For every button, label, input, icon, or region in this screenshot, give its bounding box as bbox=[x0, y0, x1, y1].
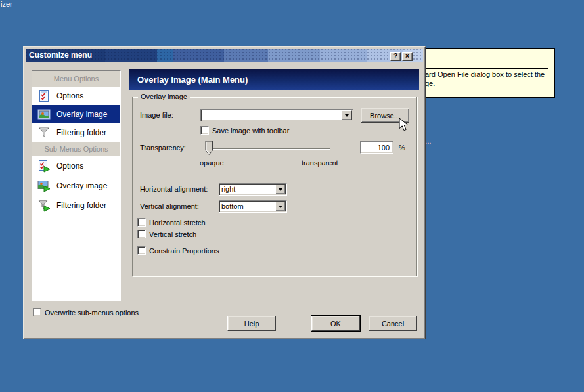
save-image-checkbox-label: Save image with toolbar bbox=[212, 127, 289, 135]
image-file-dropdown-button[interactable] bbox=[342, 110, 352, 120]
sidebar-item-label: Options bbox=[56, 91, 83, 100]
desktop: izer t.... ard Open File dialog box to s… bbox=[0, 0, 584, 392]
vertical-alignment-label: Vertical alignment: bbox=[140, 202, 199, 210]
cancel-button[interactable]: Cancel bbox=[369, 316, 417, 331]
horizontal-alignment-value: right bbox=[221, 185, 235, 193]
sidebar-item-label: Options bbox=[56, 162, 83, 171]
question-icon: ? bbox=[393, 53, 397, 60]
sidebar-section-header-submenus-options: Sub-Menus Options bbox=[32, 142, 120, 156]
vertical-alignment-dropdown-button[interactable] bbox=[275, 202, 286, 211]
dialog-title: Customize menu bbox=[29, 51, 92, 60]
horizontal-alignment-dropdown-button[interactable] bbox=[275, 185, 286, 194]
chevron-down-icon bbox=[345, 114, 349, 119]
transparency-slider-track[interactable] bbox=[208, 148, 330, 149]
chevron-down-icon bbox=[279, 206, 282, 210]
overlay-image-arrow-icon bbox=[37, 179, 51, 192]
filter-funnel-icon bbox=[37, 126, 51, 139]
sidebar-item-options-sub[interactable]: Options bbox=[32, 156, 120, 176]
sidebar-item-filtering-folder-sub[interactable]: Filtering folder bbox=[32, 196, 120, 215]
sidebar-section-header-menu-options: Menu Options bbox=[32, 71, 120, 87]
close-icon: × bbox=[405, 53, 409, 60]
close-button[interactable]: × bbox=[402, 52, 413, 61]
overlay-image-group: Overlay image Image file: Browse... Save… bbox=[132, 97, 417, 276]
context-help-button[interactable]: ? bbox=[390, 52, 401, 61]
tooltip-separator bbox=[415, 68, 548, 69]
tooltip-text-line2: ge. bbox=[425, 79, 435, 87]
sidebar-item-label: Filtering folder bbox=[56, 201, 106, 210]
image-file-label: Image file: bbox=[140, 111, 173, 119]
transparency-slider-thumb[interactable] bbox=[205, 141, 213, 156]
sidebar-item-options-main[interactable]: Options bbox=[32, 87, 120, 105]
constrain-proportions-checkbox[interactable] bbox=[137, 246, 146, 255]
ok-button[interactable]: OK bbox=[311, 316, 360, 331]
slider-transparent-label: transparent bbox=[302, 159, 338, 167]
overlay-image-icon bbox=[37, 108, 51, 121]
filter-funnel-arrow-icon bbox=[37, 199, 51, 212]
vertical-stretch-label: Vertical stretch bbox=[149, 230, 196, 238]
vertical-stretch-checkbox[interactable] bbox=[137, 230, 146, 238]
customize-menu-dialog: Customize menu ? × Menu Options Options bbox=[23, 46, 426, 339]
overwrite-submenus-label: Overwrite sub-menus options bbox=[45, 309, 139, 316]
horizontal-stretch-checkbox[interactable] bbox=[137, 218, 146, 227]
page-title: Overlay Image (Main Menu) bbox=[129, 69, 419, 90]
options-checklist-icon bbox=[37, 89, 51, 102]
options-checklist-arrow-icon bbox=[37, 160, 51, 173]
sidebar-item-overlay-image-sub[interactable]: Overlay image bbox=[32, 176, 120, 196]
constrain-proportions-label: Constrain Proportions bbox=[149, 247, 219, 255]
save-image-checkbox[interactable] bbox=[200, 126, 209, 135]
sidebar-item-overlay-image-main[interactable]: Overlay image bbox=[32, 105, 120, 123]
horizontal-alignment-label: Horizontal alignment: bbox=[140, 185, 208, 193]
chevron-down-icon bbox=[279, 188, 282, 193]
vertical-alignment-value: bottom bbox=[221, 202, 244, 210]
slider-opaque-label: opaque bbox=[200, 159, 224, 167]
tooltip-text-line1: ard Open File dialog box to select the bbox=[425, 70, 545, 78]
overwrite-submenus-checkbox[interactable] bbox=[33, 308, 41, 316]
group-label: Overlay image bbox=[138, 93, 190, 100]
vertical-alignment-select[interactable]: bottom bbox=[219, 200, 287, 213]
horizontal-alignment-select[interactable]: right bbox=[219, 183, 287, 196]
sidebar-item-label: Overlay image bbox=[56, 110, 107, 119]
mouse-cursor bbox=[399, 118, 409, 132]
sidebar-item-label: Filtering folder bbox=[56, 128, 106, 137]
title-bar[interactable]: Customize menu ? × bbox=[26, 49, 423, 62]
help-tooltip: ard Open File dialog box to select the g… bbox=[414, 48, 555, 98]
image-file-combobox[interactable] bbox=[200, 109, 353, 121]
transparency-value-field[interactable]: 100 bbox=[360, 141, 393, 154]
transparency-unit-label: % bbox=[399, 144, 405, 152]
sidebar: Menu Options Options Overlay i bbox=[32, 70, 121, 301]
horizontal-stretch-label: Horizontal stretch bbox=[149, 219, 206, 227]
help-button[interactable]: Help bbox=[227, 316, 276, 331]
sidebar-item-label: Overlay image bbox=[56, 181, 107, 190]
sidebar-item-filtering-folder-main[interactable]: Filtering folder bbox=[32, 123, 120, 142]
background-window-title-fragment: izer bbox=[1, 0, 12, 8]
transparency-label: Transparency: bbox=[140, 144, 186, 152]
